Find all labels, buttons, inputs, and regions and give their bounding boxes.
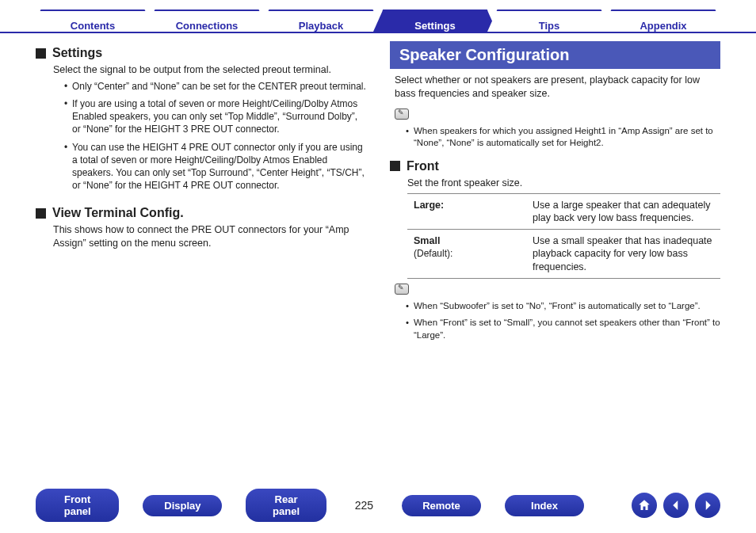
note-icon — [395, 109, 409, 120]
bullet-square-icon — [36, 48, 46, 59]
tab-connections[interactable]: Connections — [145, 10, 269, 32]
heading-settings: Settings — [36, 46, 366, 60]
page-body: Settings Select the signal to be output … — [0, 33, 756, 473]
list-item: If you are using a total of seven or mor… — [64, 97, 366, 136]
list-item: When “Subwoofer” is set to “No”, “Front”… — [406, 300, 720, 313]
top-tab-bar: Contents Connections Playback Settings T… — [0, 0, 756, 33]
bullet-square-icon — [390, 161, 400, 171]
front-panel-button[interactable]: Front panel — [36, 489, 119, 522]
heading-text: View Terminal Config. — [52, 206, 184, 220]
list-item: You can use the HEIGHT 4 PRE OUT connect… — [64, 141, 366, 192]
index-button[interactable]: Index — [505, 495, 584, 516]
option-label-cell: Large: — [407, 193, 526, 230]
heading-front: Front — [390, 159, 720, 173]
front-intro: Set the front speaker size. — [407, 177, 720, 190]
option-desc: Use a large speaker that can adequately … — [526, 193, 720, 230]
table-row: Large: Use a large speaker that can adeq… — [407, 193, 720, 230]
option-desc: Use a small speaker that has inadequate … — [526, 230, 720, 279]
right-column: Speaker Configuration Select whether or … — [390, 41, 720, 473]
note-list-1: When speakers for which you assigned Hei… — [406, 125, 720, 150]
button-label: Remote — [422, 500, 460, 512]
remote-button[interactable]: Remote — [402, 495, 481, 516]
tab-label: Settings — [414, 20, 455, 32]
view-terminal-text: This shows how to connect the PRE OUT co… — [53, 223, 366, 250]
settings-bullet-list: Only “Center” and “None” can be set for … — [64, 80, 366, 192]
tab-label: Playback — [299, 20, 343, 32]
button-label: Rear panel — [273, 493, 300, 517]
tab-tips[interactable]: Tips — [487, 10, 611, 32]
bullet-square-icon — [36, 208, 46, 219]
prev-page-icon[interactable] — [663, 493, 689, 518]
tab-label: Appendix — [640, 20, 686, 32]
tab-playback[interactable]: Playback — [259, 10, 383, 32]
rear-panel-button[interactable]: Rear panel — [246, 489, 326, 522]
note-icon — [395, 284, 409, 295]
option-label: Large: — [414, 200, 444, 211]
home-icon[interactable] — [632, 493, 657, 518]
heading-text: Settings — [52, 46, 102, 60]
tab-label: Contents — [71, 20, 115, 32]
tab-appendix[interactable]: Appendix — [601, 10, 725, 32]
left-column: Settings Select the signal to be output … — [36, 41, 366, 473]
heading-view-terminal: View Terminal Config. — [36, 206, 366, 220]
section-title: Speaker Configuration — [399, 46, 569, 63]
button-label: Display — [164, 500, 200, 512]
option-label: Small — [414, 235, 440, 246]
footer-nav-icons — [632, 493, 720, 518]
option-default: (Default): — [414, 248, 452, 259]
table-row: Small (Default): Use a small speaker tha… — [407, 230, 720, 279]
section-title-bar: Speaker Configuration — [390, 41, 720, 69]
heading-text: Front — [407, 159, 439, 173]
list-item: When speakers for which you assigned Hei… — [406, 125, 720, 150]
tab-label: Connections — [176, 20, 239, 32]
settings-intro: Select the signal to be output from the … — [53, 63, 366, 77]
list-item: Only “Center” and “None” can be set for … — [64, 80, 366, 93]
next-page-icon[interactable] — [695, 493, 720, 518]
page-number: 225 — [350, 499, 378, 512]
footer-bar: Front panel Display Rear panel 225 Remot… — [0, 489, 756, 522]
list-item: When “Front” is set to “Small”, you cann… — [406, 317, 720, 341]
front-options-table: Large: Use a large speaker that can adeq… — [407, 193, 720, 279]
display-button[interactable]: Display — [143, 495, 222, 516]
button-label: Index — [531, 500, 558, 512]
option-label-cell: Small (Default): — [407, 230, 526, 279]
tab-label: Tips — [539, 20, 560, 32]
tab-settings[interactable]: Settings — [373, 10, 497, 32]
tab-contents[interactable]: Contents — [31, 10, 155, 32]
button-label: Front panel — [64, 493, 91, 517]
note-list-2: When “Subwoofer” is set to “No”, “Front”… — [406, 300, 720, 342]
speaker-config-intro: Select whether or not speakers are prese… — [395, 74, 720, 101]
